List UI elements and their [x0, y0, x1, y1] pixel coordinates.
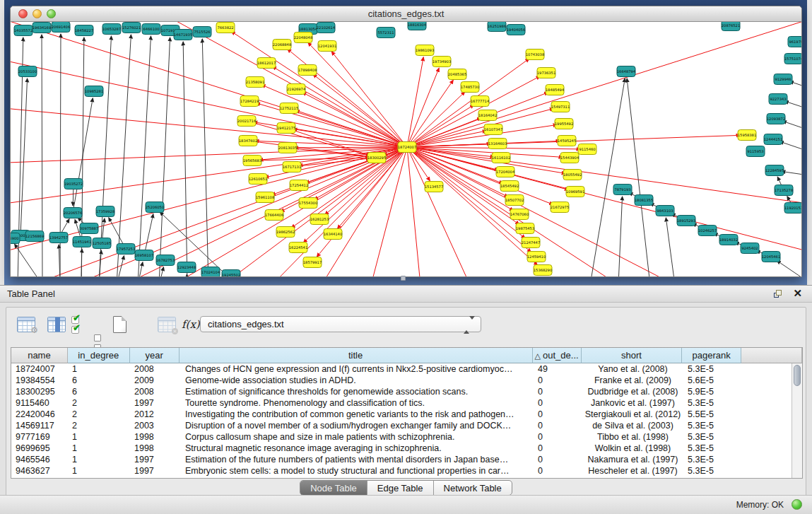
graph-node[interactable]: 6466100 — [142, 24, 160, 35]
select-columns-icon[interactable]: ✔✔ — [71, 316, 83, 334]
graph-node[interactable]: 16648794 — [617, 66, 636, 77]
graph-node[interactable]: 18724007 — [398, 142, 416, 153]
graph-node[interactable]: 18545492 — [500, 181, 519, 192]
graph-node[interactable]: 16224541 — [289, 243, 307, 253]
graph-node[interactable]: 16344140 — [324, 229, 342, 240]
split-pane-grip[interactable] — [401, 276, 406, 281]
graph-node[interactable]: 16782753 — [156, 255, 175, 266]
graph-node[interactable]: 19875453 — [516, 223, 534, 234]
graph-node[interactable]: 19862562 — [276, 227, 295, 238]
graph-node[interactable]: 13164603 — [488, 139, 507, 149]
new-file-icon[interactable] — [113, 316, 126, 333]
graph-node[interactable]: 15751074 — [784, 54, 801, 64]
graph-node[interactable]: 19734903 — [433, 57, 451, 67]
graph-node[interactable]: 7879193 — [613, 185, 632, 195]
network-window[interactable]: citations_edges.txt 14035572196341692069… — [10, 6, 802, 277]
graph-node[interactable]: 10743038 — [526, 49, 544, 60]
graph-node[interactable]: 18915293 — [677, 216, 695, 226]
graph-node[interactable]: 17485730 — [461, 82, 479, 93]
function-builder-icon[interactable]: f(x) — [182, 318, 200, 331]
graph-node[interactable]: 14767060 — [510, 209, 529, 220]
tab-network-table[interactable]: Network Table — [434, 481, 512, 495]
graph-node[interactable]: 19861093 — [416, 45, 434, 56]
graph-node[interactable]: 12444151 — [764, 134, 782, 145]
graph-node[interactable]: 20533100 — [18, 66, 37, 77]
graph-node[interactable]: 18914032 — [719, 235, 738, 245]
graph-node[interactable]: 9115953 — [746, 146, 765, 157]
table-row[interactable]: 1938455462009Genome-wide association stu… — [11, 375, 802, 386]
graph-node[interactable]: 17204004 — [496, 167, 515, 177]
network-window-titlebar[interactable]: citations_edges.txt — [11, 6, 801, 22]
column-header-out_de[interactable]: △out_de... — [533, 348, 582, 363]
show-column-icon[interactable] — [47, 317, 66, 332]
table-row[interactable]: 977716911998Corpus callosum shape and si… — [11, 431, 802, 443]
graph-node[interactable]: 13942757 — [49, 233, 68, 243]
graph-node[interactable]: 21926974 — [287, 84, 306, 95]
close-panel-icon[interactable]: ✕ — [793, 287, 802, 300]
graph-node[interactable]: 18081355 — [635, 195, 653, 206]
graph-node[interactable]: 19955492 — [555, 119, 573, 129]
graph-node[interactable]: 15368290 — [534, 265, 552, 276]
graph-node[interactable]: 12923448 — [177, 262, 196, 273]
graph-node[interactable]: 12284595 — [765, 165, 784, 176]
table-row[interactable]: 2242004622012Investigating the contribut… — [11, 409, 802, 420]
float-panel-icon[interactable] — [772, 288, 784, 300]
graph-node[interactable]: 18347602 — [239, 136, 257, 146]
graph-node[interactable]: 19634169 — [33, 23, 51, 33]
graph-node[interactable]: 18507702 — [505, 195, 524, 206]
graph-node[interactable]: 18816304 — [408, 22, 427, 30]
table-row[interactable]: 946554611997Estimation of the future num… — [11, 454, 802, 465]
network-graph[interactable]: 1403557219634169206914061845822710653287… — [11, 22, 801, 276]
graph-node[interactable]: 17135278 — [775, 185, 793, 196]
graph-node[interactable]: 17664406 — [265, 210, 283, 221]
table-row[interactable]: 1872400712008Changes of HCN gene express… — [11, 363, 802, 375]
graph-node[interactable]: 10969591 — [566, 187, 584, 197]
graph-node[interactable]: 18458227 — [75, 25, 93, 36]
graph-node[interactable]: 17254412 — [290, 180, 308, 191]
graph-node[interactable]: 22048048 — [294, 33, 312, 43]
graph-node[interactable]: 15443904 — [560, 153, 579, 163]
graph-node[interactable]: 7515526 — [193, 27, 211, 37]
table-row[interactable]: 946362711997Embryonic stem cells: a mode… — [11, 465, 802, 477]
graph-node[interactable]: 16717131 — [283, 162, 301, 173]
table-row[interactable]: 969969511998Structural magnetic resonanc… — [11, 443, 802, 454]
graph-node[interactable]: 21672975 — [551, 202, 569, 213]
table-settings-icon[interactable]: ⚙ — [17, 317, 35, 332]
table-row[interactable]: 1456911722003Disruption of a novel membe… — [11, 420, 802, 431]
graph-node[interactable]: 20206576 — [64, 208, 82, 218]
column-header-in_degree[interactable]: in_degree — [68, 348, 130, 363]
table-selector-dropdown[interactable]: citations_edges.txt — [200, 316, 481, 332]
graph-node[interactable]: 7663822 — [216, 23, 235, 33]
graph-node[interactable]: 11920153 — [784, 203, 801, 214]
graph-node[interactable]: 16116102 — [492, 153, 510, 163]
graph-node[interactable]: 16958107 — [135, 250, 153, 261]
graph-node[interactable]: 19245502 — [222, 270, 240, 277]
column-header-short[interactable]: short — [582, 348, 683, 363]
graph-node[interactable]: 9227343 — [769, 94, 787, 105]
graph-node[interactable]: 20691406 — [52, 22, 70, 33]
graph-node[interactable]: 3915900 — [11, 233, 20, 244]
graph-node[interactable]: 22102614 — [317, 23, 336, 33]
graph-node[interactable]: 9245402 — [741, 243, 759, 254]
graph-node[interactable]: 18055492 — [563, 170, 582, 180]
graph-node[interactable]: 9619795 — [788, 37, 801, 47]
column-header-pagerank[interactable]: pagerank — [682, 348, 741, 363]
graph-node[interactable]: 9129946 — [774, 74, 792, 85]
graph-node[interactable]: 22068848 — [273, 40, 291, 50]
column-header-name[interactable]: name — [11, 348, 68, 363]
graph-node[interactable]: 18612017 — [257, 58, 276, 69]
graph-node[interactable]: 25206050 — [146, 202, 164, 213]
graph-node[interactable]: 20021716 — [237, 116, 256, 127]
graph-node[interactable]: 10985281 — [85, 86, 103, 97]
graph-node[interactable]: 15276021 — [122, 23, 141, 33]
tab-edge-table[interactable]: Edge Table — [367, 481, 434, 495]
graph-node[interactable]: 18300295 — [367, 153, 386, 163]
graph-node[interactable]: 17359928 — [96, 206, 114, 217]
graph-node[interactable]: 14671935 — [174, 30, 192, 40]
scrollbar-thumb[interactable] — [794, 365, 801, 386]
graph-node[interactable]: 12045461 — [762, 252, 780, 262]
graph-node[interactable]: 17898408 — [298, 65, 317, 76]
graph-node[interactable]: 20485365 — [448, 69, 466, 80]
column-header-title[interactable]: title — [180, 348, 533, 363]
graph-node[interactable]: 12093872 — [767, 114, 785, 124]
